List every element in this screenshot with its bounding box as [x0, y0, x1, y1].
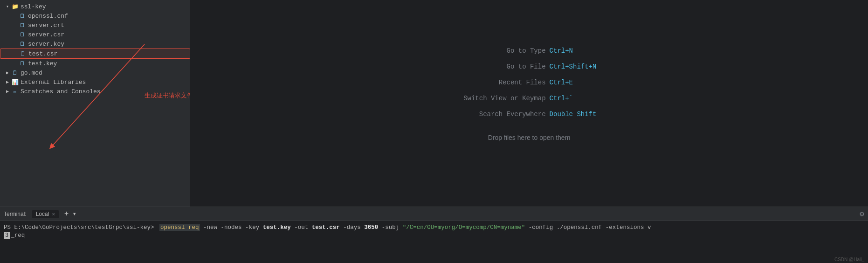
tree-item-server-crt[interactable]: 🗒 server.crt [0, 21, 190, 30]
drop-files-text: Drop files here to open them [462, 134, 597, 141]
terminal-prompt-path: PS E:\Code\GoProjects\src\testGrpc\ssl-k… [4, 224, 154, 231]
shortcut-key-switch-view: Ctrl+` [550, 95, 573, 102]
cmd-openssl: openssl req [159, 224, 200, 231]
file-icon: 🗒 [19, 40, 26, 48]
shortcut-label-search-everywhere: Search Everywhere [462, 111, 546, 118]
terminal-tab-close[interactable]: × [52, 211, 55, 217]
tree-item-external-libraries[interactable]: ▶ 📊 External Libraries [0, 77, 190, 87]
file-icon: 🗒 [11, 69, 19, 76]
cmd-subj-val: "/C=cn/OU=myorg/O=mycomp/CN=myname" [403, 224, 525, 231]
shortcut-row-recent-files: Recent Files Ctrl+E [462, 79, 597, 86]
terminal-command-text: openssl req -new -nodes -key test.key -o… [159, 224, 651, 231]
tree-item-test-key[interactable]: 🗒 test.key [0, 59, 190, 68]
shortcut-row-search-everywhere: Search Everywhere Double Shift [462, 111, 597, 118]
tree-item-scratches-consoles[interactable]: ▶ ✏️ Scratches and Consoles [0, 87, 190, 96]
shortcut-label-recent-files: Recent Files [462, 79, 546, 86]
terminal-tabs: Terminal: Local × + ▾ ⚙ [0, 207, 868, 221]
cmd-days-val: 3650 [364, 224, 378, 231]
terminal-content: PS E:\Code\GoProjects\src\testGrpc\ssl-k… [0, 221, 868, 263]
spacer [11, 12, 19, 20]
shortcut-key-goto-type: Ctrl+N [550, 47, 573, 55]
file-icon: 🗒 [19, 50, 27, 57]
file-icon: 🗒 [19, 12, 26, 20]
cmd-test-key: test.key [263, 224, 291, 231]
sidebar: ▾ 📁 ssl-key 🗒 openssl.cnf 🗒 server.crt 🗒… [0, 0, 190, 207]
file-icon: 🗒 [19, 21, 26, 29]
tree-item-ssl-key[interactable]: ▾ 📁 ssl-key [0, 2, 190, 11]
terminal-down-button[interactable]: ▾ [72, 210, 76, 218]
shortcut-list: Go to Type Ctrl+N Go to File Ctrl+Shift+… [462, 47, 597, 141]
terminal-area: Terminal: Local × + ▾ ⚙ PS E:\Code\GoPro… [0, 207, 868, 263]
folder-icon: 📁 [11, 3, 19, 10]
terminal-add-button[interactable]: + [62, 209, 71, 219]
shortcut-label-goto-file: Go to File [462, 63, 546, 70]
shortcut-row-goto-type: Go to Type Ctrl+N [462, 47, 597, 55]
file-icon: 🗒 [19, 60, 26, 67]
cmd-days: -days [343, 224, 364, 231]
terminal-command-line: PS E:\Code\GoProjects\src\testGrpc\ssl-k… [4, 223, 864, 232]
terminal-tab-name: Local [36, 211, 49, 217]
shortcut-row-switch-view: Switch View or Keymap Ctrl+` [462, 95, 597, 102]
terminal-label: Terminal: [4, 211, 27, 217]
cmd-subj: -subj [382, 224, 403, 231]
shortcut-key-recent-files: Ctrl+E [550, 79, 573, 86]
csdn-watermark: CSDN @Hali_ [834, 257, 864, 262]
shortcut-label-switch-view: Switch View or Keymap [462, 95, 546, 102]
terminal-cursor: 3 [4, 232, 10, 239]
editor-area: Go to Type Ctrl+N Go to File Ctrl+Shift+… [190, 0, 868, 207]
cmd-args: -new -nodes -key [203, 224, 263, 231]
file-icon: 🗒 [19, 31, 26, 38]
shortcut-label-goto-type: Go to Type [462, 47, 546, 55]
terminal-tab-local[interactable]: Local × [32, 210, 59, 218]
tree-item-go-mod[interactable]: ▶ 🗒 go.mod [0, 68, 190, 77]
tree-item-test-csr[interactable]: 🗒 test.csr [0, 48, 190, 59]
tree-item-server-key[interactable]: 🗒 server.key [0, 39, 190, 48]
shortcut-key-goto-file: Ctrl+Shift+N [550, 63, 597, 70]
cmd-test-csr: test.csr [312, 224, 340, 231]
library-icon: 📊 [11, 78, 19, 86]
terminal-cursor-text: _req [11, 232, 25, 239]
cmd-config: -config ./openssl.cnf -extensions v [529, 224, 651, 231]
scratches-icon: ✏️ [11, 88, 19, 95]
terminal-cursor-line: 3 _req [4, 232, 864, 239]
shortcut-row-goto-file: Go to File Ctrl+Shift+N [462, 63, 597, 70]
tree-item-server-csr[interactable]: 🗒 server.csr [0, 30, 190, 39]
terminal-gear-icon[interactable]: ⚙ [860, 209, 864, 219]
tree-item-openssl-cnf[interactable]: 🗒 openssl.cnf [0, 11, 190, 21]
cmd-out: -out [294, 224, 312, 231]
folder-arrow-ssl-key: ▾ [4, 3, 11, 10]
shortcut-key-search-everywhere: Double Shift [550, 111, 597, 118]
